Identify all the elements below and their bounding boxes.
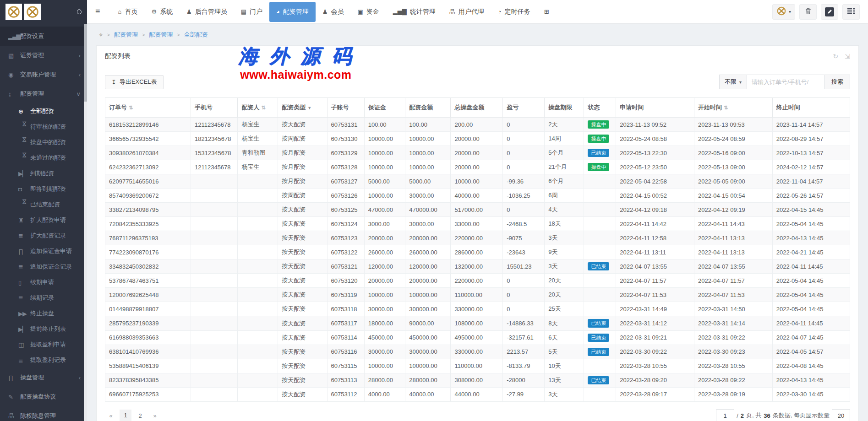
column-header[interactable]: 操盘期限 [545, 98, 584, 118]
column-header[interactable]: 申请时间 [616, 98, 694, 118]
sidebar-item-securities[interactable]: ▧证券管理‹ [0, 46, 87, 65]
column-header[interactable]: 手机号 [191, 98, 237, 118]
sidebar-item-operation-management[interactable]: ∏操盘管理‹ [0, 368, 87, 387]
menu-toggle-icon[interactable]: ≡ [95, 7, 100, 16]
nav-item-statistics[interactable]: ▂▅▇统计管理 [386, 0, 442, 24]
status-badge: 操盘中 [588, 135, 609, 143]
sidebar-item-ex-rights-management[interactable]: 品除权除息管理 [0, 406, 87, 421]
table-row: 62423236271309212112345678杨宝生按月配资6075312… [105, 160, 850, 174]
pagination-next[interactable]: » [149, 410, 161, 421]
nav-item-label: 统计管理 [410, 8, 436, 16]
column-header[interactable]: 配资人⇅ [238, 98, 278, 118]
column-header[interactable]: 保证金 [364, 98, 405, 118]
table-cell: 2022-04-13 14:45 [772, 373, 850, 387]
scrollbar-thumb[interactable] [84, 24, 87, 102]
sidebar-item-allocation-agreement[interactable]: ✎配资操盘协议 [0, 387, 87, 406]
sidebar-item-renewal-records[interactable]: ≣续期记录 [0, 290, 87, 306]
sidebar-item-renewal-apply[interactable]: ▯续期申请 [0, 275, 87, 290]
table-toolbar: ↧ 导出EXCEL表 不限 ▾ 搜索 [97, 67, 858, 96]
table-cell: 按天配资 [278, 387, 327, 401]
sort-icon[interactable]: ⇅ [261, 105, 265, 110]
sidebar-item-trade-accounts[interactable]: ◉交易账户管理‹ [0, 65, 87, 84]
nav-item-home[interactable]: ⌂首页 [111, 0, 145, 24]
sidebar-item-expiring-soon[interactable]: ◘即将到期配资 [0, 181, 87, 197]
search-input[interactable] [747, 75, 825, 89]
table-cell: 按天配资 [278, 245, 327, 259]
sidebar-item-expand-records[interactable]: ≣扩大配资记录 [0, 228, 87, 243]
nav-item-admin[interactable]: ♟后台管理员 [180, 0, 234, 24]
avatar [776, 6, 786, 17]
table-cell: 638101410769936 [105, 345, 191, 359]
table-cell: 334832450302832 [105, 259, 191, 274]
user-menu-button[interactable]: ▾ [772, 4, 795, 20]
column-header[interactable]: 总操盘金额 [451, 98, 503, 118]
column-header[interactable]: 终止时间 [772, 98, 850, 118]
list-icon: ≣ [18, 232, 30, 239]
column-header[interactable]: 子账号 [327, 98, 364, 118]
refresh-icon[interactable]: ↻ [833, 53, 839, 60]
table-cell: 3000.00 [364, 217, 405, 231]
column-header[interactable]: 配资类型▼ [278, 98, 327, 118]
sort-icon[interactable]: ⇅ [724, 105, 728, 110]
sidebar-item-all-allocations[interactable]: ⊕全部配资 [0, 103, 87, 119]
table-cell: 2022-04-15 00:54 [694, 189, 773, 203]
column-header[interactable]: 配资金额 [405, 98, 451, 118]
table-cell: 537867487463751 [105, 274, 191, 288]
page-size-input[interactable] [832, 409, 850, 421]
trash-button[interactable] [799, 4, 817, 20]
nav-item-apps-grid[interactable]: ⊞ [537, 0, 556, 24]
nav-item-members[interactable]: ♟会员 [316, 0, 351, 24]
export-excel-button[interactable]: ↧ 导出EXCEL表 [105, 75, 164, 89]
expand-icon[interactable]: ⇲ [845, 53, 850, 60]
money-icon: ▣ [358, 8, 363, 15]
sidebar-item-pending-review[interactable]: ⋈待审核的配资 [0, 119, 87, 135]
column-header[interactable]: 状态 [584, 98, 616, 118]
user-circle-icon: ◉ [8, 71, 20, 78]
filter-icon[interactable]: ▼ [307, 106, 311, 110]
portal-icon: ▤ [241, 8, 246, 15]
sidebar-item-label: 提前终止列表 [30, 325, 66, 333]
sidebar-item-rejected[interactable]: ⋈未通过的配资 [0, 150, 87, 166]
sidebar-item-in-operation[interactable]: ⋈操盘中的配资 [0, 135, 87, 150]
sidebar-item-terminate-operation[interactable]: ▶▶终止操盘 [0, 306, 87, 321]
page-input[interactable] [716, 409, 734, 421]
filter-dropdown[interactable]: 不限 ▾ [719, 75, 747, 89]
allocation-table: 订单号⇅手机号配资人⇅配资类型▼子账号保证金配资金额总操盘金额盈亏操盘期限状态申… [105, 97, 850, 402]
nav-item-funds[interactable]: ▣资金 [351, 0, 386, 24]
nav-item-user-agents[interactable]: 品用户代理 [442, 0, 491, 24]
nav-item-scheduled-tasks[interactable]: ◔定时任务 [491, 0, 537, 24]
table-row: 120007692625448按天配资6075311910000.0010000… [105, 288, 850, 302]
table-cell: 110000.00 [451, 359, 503, 373]
sidebar-item-early-termination-list[interactable]: ▶▏提前终止列表 [0, 321, 87, 337]
menu-list-button[interactable] [842, 4, 860, 20]
column-header[interactable]: 订单号⇅ [105, 98, 191, 118]
sidebar-item-profit-withdraw-apply[interactable]: ◫提取盈利申请 [0, 337, 87, 352]
breadcrumb-link[interactable]: 配资管理 [149, 31, 173, 39]
pagination-prev[interactable]: « [105, 410, 117, 421]
nav-item-allocation[interactable]: ◕配资管理 [269, 2, 316, 22]
sidebar-item-margin-call-apply[interactable]: ∏追加保证金申请 [0, 243, 87, 259]
table-cell: 616988039353663 [105, 330, 191, 345]
sidebar-item-profit-withdraw-records[interactable]: ≣提取盈利记录 [0, 352, 87, 368]
nav-item-portal[interactable]: ▤门户 [234, 0, 269, 24]
breadcrumb-link[interactable]: 配资管理 [114, 31, 138, 39]
sidebar-item-margin-call-records[interactable]: ≣追加保证金记录 [0, 259, 87, 275]
column-header[interactable]: 盈亏 [503, 98, 545, 118]
nav-item-system[interactable]: ⚙系统 [144, 0, 180, 24]
breadcrumb-link[interactable]: 全部配资 [184, 31, 208, 39]
sort-icon[interactable]: ⇅ [129, 105, 133, 110]
sidebar-scrollbar[interactable] [84, 24, 87, 421]
sidebar-item-expired[interactable]: ▶▏到期配资 [0, 166, 87, 181]
pie-chart-icon: ◕ [276, 8, 280, 15]
sidebar-item-finished[interactable]: ⋈已结束配资 [0, 197, 87, 212]
column-header[interactable]: 开始时间⇅ [694, 98, 773, 118]
pagination-page-2[interactable]: 2 [134, 410, 146, 421]
search-button[interactable]: 搜索 [825, 75, 850, 89]
edit-button[interactable] [821, 4, 838, 20]
table-cell: -2468.5 [503, 217, 545, 231]
pagination-page-1[interactable]: 1 [120, 410, 131, 421]
sidebar-item-allocation-settings[interactable]: ▂▄▆配资设置 [0, 27, 87, 46]
sidebar-item-allocation-management[interactable]: ↨配资管理∨ [0, 84, 87, 103]
sidebar-item-expand-apply[interactable]: ♜扩大配资申请 [0, 212, 87, 228]
table-cell: 9天 [545, 245, 584, 259]
